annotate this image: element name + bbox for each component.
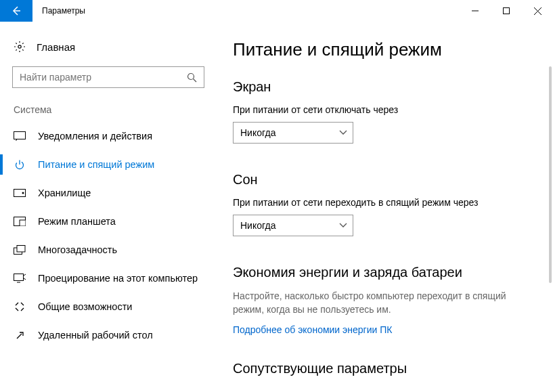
sidebar: Главная Система Уведомления и действия П… xyxy=(0,22,217,392)
back-button[interactable] xyxy=(0,0,32,22)
svg-rect-15 xyxy=(17,246,25,253)
search-icon xyxy=(187,72,197,83)
svg-point-5 xyxy=(188,73,194,79)
sleep-dropdown[interactable]: Никогда xyxy=(233,215,353,236)
arrow-left-icon xyxy=(11,5,22,16)
minimize-button[interactable] xyxy=(460,0,491,22)
svg-rect-13 xyxy=(20,220,26,226)
svg-line-6 xyxy=(194,79,197,82)
screen-off-dropdown[interactable]: Никогда xyxy=(233,122,353,144)
sidebar-item-storage[interactable]: Хранилище xyxy=(0,179,217,207)
projecting-icon xyxy=(14,272,26,284)
sidebar-item-remote[interactable]: Удаленный рабочий стол xyxy=(0,321,217,349)
sidebar-item-label: Общие возможности xyxy=(38,301,132,312)
battery-heading: Экономия энергии и заряда батареи xyxy=(233,265,537,280)
maximize-button[interactable] xyxy=(491,0,522,22)
power-icon xyxy=(14,158,26,171)
sidebar-group-label: Система xyxy=(0,104,217,122)
svg-rect-1 xyxy=(504,8,510,14)
screen-off-label: При питании от сети отключать через xyxy=(233,104,537,115)
main-content: Питание и спящий режим Экран При питании… xyxy=(217,22,553,392)
svg-rect-7 xyxy=(14,132,26,139)
storage-icon xyxy=(14,187,26,199)
home-button[interactable]: Главная xyxy=(0,35,217,62)
sidebar-item-label: Режим планшета xyxy=(38,216,116,227)
sleep-label: При питании от сети переходить в спящий … xyxy=(233,197,537,208)
screen-heading: Экран xyxy=(233,79,537,95)
page-title: Питание и спящий режим xyxy=(233,39,537,60)
home-label: Главная xyxy=(37,41,75,53)
search-box[interactable] xyxy=(12,66,204,88)
sidebar-item-shared[interactable]: Общие возможности xyxy=(0,292,217,321)
multitasking-icon xyxy=(14,244,26,256)
titlebar: Параметры xyxy=(0,0,553,22)
search-input[interactable] xyxy=(20,72,179,83)
sidebar-item-label: Уведомления и действия xyxy=(38,131,152,141)
sidebar-item-multitasking[interactable]: Многозадачность xyxy=(0,236,217,264)
sidebar-item-label: Многозадачность xyxy=(38,244,117,255)
sidebar-item-tablet[interactable]: Режим планшета xyxy=(0,207,217,236)
svg-point-11 xyxy=(22,192,24,194)
chevron-down-icon xyxy=(339,223,347,228)
battery-description: Настройте, насколько быстро компьютер пе… xyxy=(233,290,524,316)
gear-icon xyxy=(14,41,26,53)
window-title: Параметры xyxy=(32,0,460,22)
shared-icon xyxy=(14,301,26,313)
chevron-down-icon xyxy=(339,130,347,135)
related-heading: Сопутствующие параметры xyxy=(233,361,537,376)
sidebar-item-power[interactable]: Питание и спящий режим xyxy=(0,150,217,179)
sidebar-item-label: Хранилище xyxy=(38,188,91,198)
battery-link[interactable]: Подробнее об экономии энергии ПК xyxy=(233,324,537,335)
svg-point-4 xyxy=(18,45,21,48)
tablet-icon xyxy=(14,215,26,227)
close-button[interactable] xyxy=(522,0,553,22)
dropdown-value: Никогда xyxy=(240,220,275,231)
sidebar-item-notifications[interactable]: Уведомления и действия xyxy=(0,122,217,150)
svg-rect-16 xyxy=(14,274,24,281)
minimize-icon xyxy=(472,7,479,14)
sidebar-item-label: Проецирование на этот компьютер xyxy=(38,273,198,284)
remote-icon xyxy=(14,329,26,341)
notification-icon xyxy=(14,130,26,142)
sidebar-item-label: Удаленный рабочий стол xyxy=(38,330,153,341)
dropdown-value: Никогда xyxy=(240,127,275,138)
maximize-icon xyxy=(503,7,510,14)
window-controls xyxy=(460,0,553,22)
sidebar-item-projecting[interactable]: Проецирование на этот компьютер xyxy=(0,264,217,292)
sleep-heading: Сон xyxy=(233,172,537,188)
scrollbar[interactable] xyxy=(549,66,552,283)
sidebar-item-label: Питание и спящий режим xyxy=(38,159,154,170)
close-icon xyxy=(534,7,541,15)
